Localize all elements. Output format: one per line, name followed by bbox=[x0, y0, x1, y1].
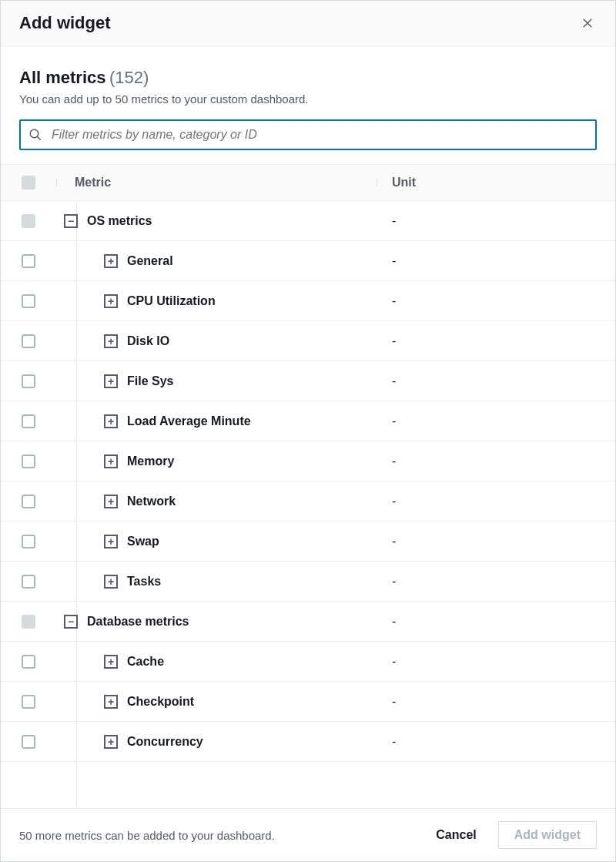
modal-footer: 50 more metrics can be added to your das… bbox=[1, 808, 615, 861]
metric-cell: +CPU Utilization bbox=[56, 294, 377, 308]
row-checkbox[interactable] bbox=[22, 495, 35, 508]
unit-cell: - bbox=[377, 254, 615, 268]
expand-icon[interactable]: + bbox=[104, 414, 118, 428]
search-input[interactable] bbox=[19, 119, 597, 150]
metric-label: Swap bbox=[127, 535, 159, 548]
metric-cell: +Cache bbox=[56, 655, 377, 669]
close-button[interactable] bbox=[578, 14, 597, 32]
metric-cell: +General bbox=[56, 254, 377, 268]
metric-cell: +Concurrency bbox=[56, 735, 377, 749]
close-icon bbox=[581, 16, 594, 30]
column-header-metric[interactable]: Metric bbox=[56, 176, 377, 190]
unit-cell: - bbox=[377, 535, 615, 548]
expand-icon[interactable]: + bbox=[104, 735, 118, 749]
metric-cell: +Checkpoint bbox=[56, 695, 377, 709]
unit-cell: - bbox=[377, 374, 615, 388]
metrics-table[interactable]: Metric Unit −OS metrics-+General-+CPU Ut… bbox=[1, 164, 615, 808]
expand-icon[interactable]: + bbox=[104, 374, 118, 388]
unit-cell: - bbox=[377, 575, 615, 589]
row-checkbox[interactable] bbox=[22, 575, 35, 589]
table-row[interactable]: +Checkpoint- bbox=[1, 682, 615, 722]
metric-cell: −Database metrics bbox=[56, 615, 377, 629]
metric-label: Disk IO bbox=[127, 334, 169, 348]
table-row[interactable]: +Network- bbox=[1, 481, 615, 522]
expand-icon[interactable]: + bbox=[104, 695, 118, 709]
unit-cell: - bbox=[377, 454, 615, 468]
expand-icon[interactable]: + bbox=[104, 535, 118, 548]
row-checkbox[interactable] bbox=[22, 374, 35, 388]
metric-label: Memory bbox=[127, 454, 174, 468]
column-header-unit[interactable]: Unit bbox=[377, 176, 615, 190]
row-checkbox[interactable] bbox=[22, 655, 35, 669]
table-header-row: Metric Unit bbox=[1, 165, 615, 201]
unit-cell: - bbox=[377, 495, 615, 508]
row-checkbox[interactable] bbox=[22, 615, 35, 629]
metric-cell: +File Sys bbox=[56, 374, 377, 388]
row-checkbox[interactable] bbox=[22, 334, 35, 348]
row-checkbox[interactable] bbox=[22, 695, 35, 709]
expand-icon[interactable]: + bbox=[104, 294, 118, 308]
unit-cell: - bbox=[377, 615, 615, 629]
modal-header: Add widget bbox=[1, 1, 615, 46]
metric-label: Concurrency bbox=[127, 735, 203, 749]
metric-label: Load Average Minute bbox=[127, 414, 251, 428]
cancel-button[interactable]: Cancel bbox=[427, 822, 485, 848]
unit-cell: - bbox=[377, 334, 615, 348]
row-checkbox[interactable] bbox=[22, 414, 35, 428]
row-checkbox[interactable] bbox=[22, 294, 35, 308]
table-row[interactable]: +CPU Utilization- bbox=[1, 281, 615, 321]
svg-line-1 bbox=[37, 136, 41, 140]
section-count: (152) bbox=[109, 68, 149, 87]
row-checkbox[interactable] bbox=[22, 454, 35, 468]
search-icon bbox=[28, 128, 42, 142]
metric-cell: −OS metrics bbox=[56, 214, 377, 228]
row-checkbox[interactable] bbox=[22, 735, 35, 749]
collapse-icon[interactable]: − bbox=[64, 615, 78, 629]
collapse-icon[interactable]: − bbox=[64, 214, 78, 228]
unit-cell: - bbox=[377, 695, 615, 709]
metric-label: Checkpoint bbox=[127, 695, 194, 709]
add-widget-button[interactable]: Add widget bbox=[498, 821, 597, 849]
row-checkbox[interactable] bbox=[22, 254, 35, 268]
metric-cell: +Disk IO bbox=[56, 334, 377, 348]
row-checkbox[interactable] bbox=[22, 535, 35, 548]
expand-icon[interactable]: + bbox=[104, 254, 118, 268]
table-row[interactable]: +Concurrency- bbox=[1, 722, 615, 762]
expand-icon[interactable]: + bbox=[104, 334, 118, 348]
table-row[interactable]: −OS metrics- bbox=[1, 201, 615, 241]
metric-cell: +Network bbox=[56, 495, 377, 508]
metric-label: OS metrics bbox=[87, 214, 152, 228]
row-checkbox[interactable] bbox=[22, 214, 35, 228]
unit-cell: - bbox=[377, 735, 615, 749]
section-description: You can add up to 50 metrics to your cus… bbox=[19, 92, 597, 106]
select-all-checkbox[interactable] bbox=[22, 176, 35, 190]
metric-label: Network bbox=[127, 495, 176, 508]
metric-label: CPU Utilization bbox=[127, 294, 216, 308]
metric-label: General bbox=[127, 254, 173, 268]
section-title: All metrics bbox=[19, 68, 106, 87]
metric-label: Cache bbox=[127, 655, 164, 669]
unit-cell: - bbox=[377, 294, 615, 308]
expand-icon[interactable]: + bbox=[104, 454, 118, 468]
table-row[interactable]: +Load Average Minute- bbox=[1, 401, 615, 441]
metric-cell: +Load Average Minute bbox=[56, 414, 377, 428]
metric-cell: +Memory bbox=[56, 454, 377, 468]
table-row[interactable]: +Memory- bbox=[1, 441, 615, 481]
svg-point-0 bbox=[30, 129, 38, 138]
unit-cell: - bbox=[377, 214, 615, 228]
modal-title: Add widget bbox=[19, 13, 111, 33]
table-row[interactable]: +File Sys- bbox=[1, 361, 615, 401]
expand-icon[interactable]: + bbox=[104, 655, 118, 669]
table-row[interactable]: +Disk IO- bbox=[1, 321, 615, 361]
search-wrapper bbox=[19, 119, 597, 150]
table-row[interactable]: +General- bbox=[1, 241, 615, 281]
expand-icon[interactable]: + bbox=[104, 495, 118, 508]
table-row[interactable]: +Tasks- bbox=[1, 562, 615, 602]
metric-cell: +Swap bbox=[56, 535, 377, 548]
table-row[interactable]: +Swap- bbox=[1, 522, 615, 562]
unit-cell: - bbox=[377, 414, 615, 428]
metric-cell: +Tasks bbox=[56, 575, 377, 589]
table-row[interactable]: −Database metrics- bbox=[1, 602, 615, 642]
expand-icon[interactable]: + bbox=[104, 575, 118, 589]
table-row[interactable]: +Cache- bbox=[1, 642, 615, 682]
